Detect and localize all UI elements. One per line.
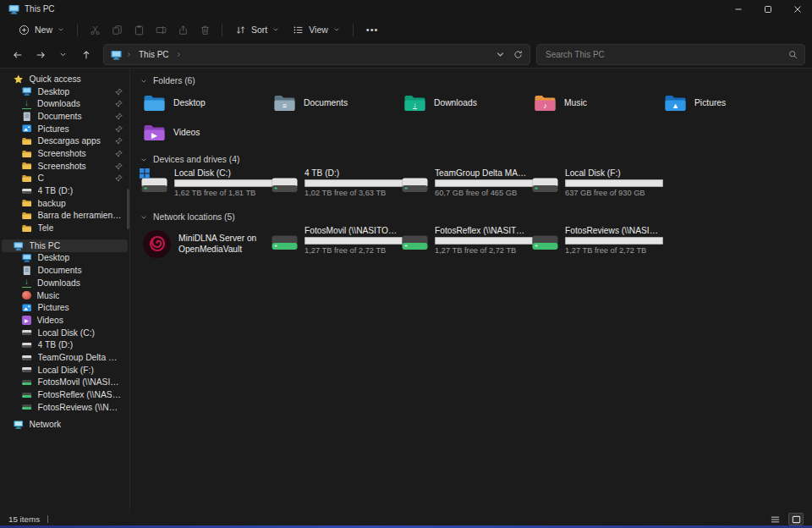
search-input[interactable] bbox=[544, 49, 788, 60]
network-tile-fotosmovil-o[interactable]: FotosMovil (\\NASITO) (O:) 1,27 TB free … bbox=[267, 225, 398, 262]
sidebar-item-pc-desktop[interactable]: Desktop bbox=[2, 252, 128, 265]
network-section: Network locations (5) MiniDLNA Server on… bbox=[137, 210, 812, 262]
capacity-bar bbox=[435, 179, 533, 187]
sidebar-item-desktop[interactable]: Desktop bbox=[2, 85, 128, 98]
close-button[interactable] bbox=[782, 0, 812, 18]
network-tile-fotosreflex-p[interactable]: FotosReflex (\\NASITO) (P:) 1,27 TB free… bbox=[398, 225, 528, 262]
sidebar-section-quick-access[interactable]: Quick access bbox=[2, 73, 128, 85]
drive-tile-4tb-d[interactable]: 4 TB (D:) 1,02 TB free of 3,63 TB bbox=[267, 168, 398, 205]
sidebar-item-pictures[interactable]: Pictures bbox=[2, 123, 128, 135]
sidebar-section-network[interactable]: Network bbox=[2, 419, 128, 432]
drive-icon bbox=[22, 340, 32, 350]
details-view-toggle[interactable] bbox=[768, 514, 782, 525]
sidebar-item-local-disk-f[interactable]: Local Disk (F:) bbox=[2, 364, 128, 377]
debian-swirl-icon bbox=[143, 230, 171, 258]
pin-icon[interactable] bbox=[115, 113, 123, 120]
sidebar-item-fotosreflex-p[interactable]: FotosReflex (\\NASITO) (P:) bbox=[2, 388, 128, 401]
back-button[interactable] bbox=[7, 45, 28, 65]
sidebar-item-local-disk-c[interactable]: Local Disk (C:) bbox=[2, 327, 128, 339]
plus-circle-icon bbox=[19, 25, 30, 36]
network-drive-icon bbox=[22, 377, 32, 388]
sidebar-item-barra-de-herramientas[interactable]: Barra de herramientas bbox=[2, 210, 128, 223]
large-icons-view-toggle[interactable] bbox=[788, 513, 804, 525]
status-bar: 15 items bbox=[0, 513, 812, 525]
sidebar-item-teamgroup-e[interactable]: TeamGroup Delta MAX (E:) bbox=[2, 351, 128, 364]
pin-icon[interactable] bbox=[115, 162, 123, 170]
folder-icon bbox=[22, 223, 32, 234]
sidebar-item-4tb-d[interactable]: 4 TB (D:) bbox=[2, 184, 128, 197]
sidebar-item-backup[interactable]: backup bbox=[2, 197, 128, 210]
drive-tile-local-disk-c[interactable]: Local Disk (C:) 1,62 TB free of 1,81 TB bbox=[137, 168, 267, 205]
up-button[interactable] bbox=[75, 45, 96, 65]
sidebar-item-pc-videos[interactable]: ▶ Videos bbox=[2, 314, 128, 327]
pin-icon[interactable] bbox=[115, 125, 123, 133]
sidebar-item-screenshots[interactable]: Screenshots bbox=[2, 147, 128, 160]
sidebar-item-pc-pictures[interactable]: Pictures bbox=[2, 301, 128, 314]
rename-button[interactable] bbox=[150, 20, 172, 39]
refresh-icon[interactable] bbox=[513, 50, 523, 59]
sort-button[interactable]: Sort bbox=[228, 21, 286, 39]
chevron-right-icon[interactable] bbox=[176, 52, 182, 58]
sidebar-item-c[interactable]: C bbox=[2, 173, 128, 185]
chevron-down-icon[interactable] bbox=[496, 50, 505, 59]
pin-icon[interactable] bbox=[115, 100, 123, 107]
chevron-down-icon[interactable] bbox=[140, 157, 147, 163]
maximize-button[interactable] bbox=[753, 0, 782, 18]
pin-icon[interactable] bbox=[115, 174, 123, 182]
new-button[interactable]: New bbox=[12, 21, 71, 39]
sidebar-item-descargas-apps[interactable]: Descargas apps bbox=[2, 135, 128, 147]
rename-icon bbox=[156, 25, 167, 36]
folder-tile-videos[interactable]: ▶ Videos bbox=[137, 118, 267, 147]
sidebar-item-screenshots[interactable]: Screenshots bbox=[2, 160, 128, 173]
pin-icon[interactable] bbox=[115, 137, 123, 145]
folder-tile-pictures[interactable]: ▲ Pictures bbox=[658, 88, 788, 118]
sidebar-item-4tb-d-drive[interactable]: 4 TB (D:) bbox=[2, 338, 128, 351]
sidebar-item-downloads[interactable]: ↓ Downloads bbox=[2, 97, 128, 110]
video-icon: ▶ bbox=[22, 316, 31, 325]
sidebar-scrollbar[interactable] bbox=[127, 189, 129, 229]
sidebar-item-pc-music[interactable]: Music bbox=[2, 289, 128, 302]
see-more-button[interactable]: ••• bbox=[359, 21, 386, 38]
folder-tile-music[interactable]: ♪ Music bbox=[528, 88, 658, 118]
items-view: Folders (6) Desktop ≡ Documen bbox=[130, 69, 812, 513]
sidebar-section-this-pc[interactable]: This PC bbox=[2, 239, 128, 252]
folder-icon bbox=[22, 136, 32, 146]
sidebar-item-fotosmovil-o[interactable]: FotosMovil (\\NASITO) (O:) bbox=[2, 377, 128, 389]
chevron-right-icon[interactable] bbox=[126, 52, 132, 58]
drive-tile-teamgroup-e[interactable]: TeamGroup Delta MAX (E:) 60,7 GB free of… bbox=[398, 168, 528, 205]
trash-icon bbox=[200, 25, 211, 36]
thumbnail-icon bbox=[792, 515, 801, 524]
folder-tile-documents[interactable]: ≡ Documents bbox=[267, 88, 398, 118]
minimize-button[interactable] bbox=[723, 0, 753, 18]
recent-locations-button[interactable] bbox=[52, 45, 74, 65]
sidebar-item-fotosreviews-r[interactable]: FotosReviews (\\NASITO) (R:) bbox=[2, 401, 128, 414]
documents-folder-icon: ≡ bbox=[273, 94, 296, 112]
network-tile-fotosreviews-r[interactable]: FotosReviews (\\NASITO) (R:) 1,27 TB fre… bbox=[528, 225, 658, 262]
breadcrumb-this-pc[interactable]: This PC bbox=[136, 49, 172, 60]
view-icon bbox=[293, 25, 304, 36]
network-section-header: Network locations (5) bbox=[137, 210, 812, 224]
folder-tile-desktop[interactable]: Desktop bbox=[137, 88, 267, 118]
share-button[interactable] bbox=[172, 20, 194, 39]
sidebar-item-pc-downloads[interactable]: ↓ Downloads bbox=[2, 277, 128, 289]
chevron-down-icon[interactable] bbox=[140, 78, 147, 85]
search-icon[interactable] bbox=[788, 50, 798, 59]
chevron-down-icon[interactable] bbox=[140, 214, 147, 221]
pin-icon[interactable] bbox=[115, 88, 123, 96]
sidebar-item-documents[interactable]: Documents bbox=[2, 110, 128, 123]
sidebar-item-tele[interactable]: Tele bbox=[2, 222, 128, 234]
cut-button[interactable] bbox=[84, 20, 106, 39]
delete-button[interactable] bbox=[194, 20, 216, 39]
paste-button[interactable] bbox=[128, 20, 150, 39]
folder-tile-downloads[interactable]: ↓ Downloads bbox=[398, 88, 528, 118]
view-button[interactable]: View bbox=[286, 21, 347, 39]
sidebar-item-pc-documents[interactable]: Documents bbox=[2, 264, 128, 277]
forward-button[interactable] bbox=[30, 45, 51, 65]
network-tile-minidlna-server[interactable]: MiniDLNA Server on OpenMediaVault bbox=[137, 225, 267, 262]
copy-button[interactable] bbox=[106, 20, 128, 39]
breadcrumb[interactable]: This PC bbox=[103, 44, 530, 65]
drive-tile-local-disk-f[interactable]: Local Disk (F:) 637 GB free of 930 GB bbox=[528, 168, 658, 205]
pin-icon[interactable] bbox=[115, 150, 123, 157]
search-box bbox=[536, 44, 805, 65]
navigation-pane: Quick access Desktop ↓ Downloads Documen… bbox=[0, 69, 130, 513]
